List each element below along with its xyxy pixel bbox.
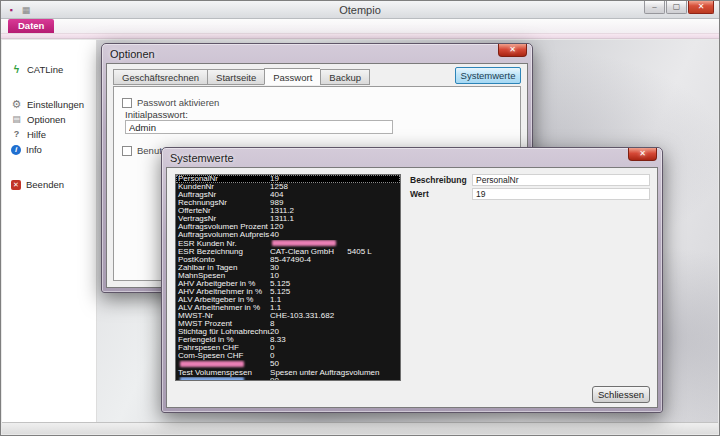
tab-geschäftsrechnen[interactable]: Geschäftsrechnen <box>113 69 207 85</box>
systemwerte-row[interactable]: RechnungsNr989 <box>176 199 400 207</box>
row-value: 40 <box>270 231 400 239</box>
systemwerte-row[interactable]: VertragsNr1311.1 <box>176 215 400 223</box>
status-bar <box>2 422 718 434</box>
row-name: VertragsNr <box>176 215 270 223</box>
sidebar-item-optionen[interactable]: ▤Optionen <box>2 112 96 127</box>
sidebar-item-label: CATLine <box>27 64 63 75</box>
row-name: MWST Prozent <box>176 320 270 328</box>
beschreibung-row: Beschreibung PersonalNr <box>410 174 650 186</box>
row-name: ESR Kunden Nr. <box>176 240 270 248</box>
systemwerte-row[interactable]: ESR BezeichnungCAT-Clean GmbH 5405 L <box>176 248 400 256</box>
systemwerte-row[interactable]: ESR Kunden Nr. <box>176 240 400 248</box>
systemwerte-row[interactable]: Stichtag für Lohnabrechnung20 <box>176 328 400 336</box>
row-name: Auftragsvolumen Prozent <box>176 223 270 231</box>
ribbon-row: Daten <box>1 19 719 34</box>
systemwerte-row[interactable]: Com-Spesen CHF0 <box>176 352 400 360</box>
optionen-close-icon[interactable]: ✕ <box>498 44 527 57</box>
ribbon-tab-daten[interactable]: Daten <box>8 19 54 33</box>
systemwerte-row[interactable]: 90 <box>176 377 400 381</box>
row-value: 1.1 <box>270 296 400 304</box>
passwort-aktivieren-checkbox[interactable] <box>122 98 132 108</box>
row-name: MWST-Nr <box>176 312 270 320</box>
systemwerte-row[interactable]: MWST-NrCHE-103.331.682 <box>176 312 400 320</box>
sidebar-item-beenden[interactable]: ✕Beenden <box>2 177 96 192</box>
row-name: AHV Arbeitgeber in % <box>176 280 270 288</box>
systemwerte-row[interactable]: PersonalNr19 <box>176 175 400 183</box>
row-name <box>176 360 270 368</box>
systemwerte-row[interactable]: AHV Arbeitnehmer in %5.125 <box>176 288 400 296</box>
wert-value[interactable]: 19 <box>472 188 650 200</box>
systemwerte-row[interactable]: MahnSpesen10 <box>176 272 400 280</box>
maximize-button[interactable]: ▢ <box>666 1 687 14</box>
systemwerte-dialog-titlebar: Systemwerte ✕ <box>166 148 658 167</box>
row-value: 120 <box>270 223 400 231</box>
row-name: Zahlbar in Tagen <box>176 264 270 272</box>
systemwerte-row[interactable]: Auftragsvolumen Aufpreis bei 100%40 <box>176 231 400 239</box>
systemwerte-row[interactable]: ALV Arbeitnehmer in %1.1 <box>176 304 400 312</box>
tab-startseite[interactable]: Startseite <box>207 69 264 85</box>
systemwerte-row[interactable]: AHV Arbeitgeber in %5.125 <box>176 280 400 288</box>
beschreibung-value[interactable]: PersonalNr <box>472 174 650 186</box>
row-name: PersonalNr <box>176 175 270 183</box>
row-value: CHE-103.331.682 <box>270 312 400 320</box>
benutzer-erlauben-checkbox[interactable] <box>122 146 132 156</box>
row-name: ALV Arbeitnehmer in % <box>176 304 270 312</box>
systemwerte-close-icon[interactable]: ✕ <box>628 148 657 161</box>
row-value: 1.1 <box>270 304 400 312</box>
sidebar-item-info[interactable]: iInfo <box>2 142 96 157</box>
systemwerte-row[interactable]: 50 <box>176 360 400 368</box>
tab-passwort[interactable]: Passwort <box>264 68 320 85</box>
row-value: 1258 <box>270 183 400 191</box>
close-button[interactable]: ✕ <box>688 1 714 14</box>
row-name: MahnSpesen <box>176 272 270 280</box>
systemwerte-button[interactable]: Systemwerte <box>455 67 521 84</box>
row-name <box>176 377 270 381</box>
systemwerte-row[interactable]: ALV Arbeitgeber in %1.1 <box>176 296 400 304</box>
row-value: 1311.2 <box>270 207 400 215</box>
systemwerte-row[interactable]: PostKonto85-47490-4 <box>176 256 400 264</box>
optionen-dialog-title: Optionen <box>110 48 155 60</box>
row-value: 0 <box>270 352 400 360</box>
redacted-text <box>180 377 244 381</box>
row-name: ALV Arbeitgeber in % <box>176 296 270 304</box>
sidebar-item-catline[interactable]: ϟCATLine <box>2 62 96 77</box>
wert-row: Wert 19 <box>410 188 650 200</box>
row-name: Stichtag für Lohnabrechnung <box>176 328 270 336</box>
systemwerte-list: PersonalNr19KundenNr1258AuftragsNr404Rec… <box>175 174 401 381</box>
systemwerte-row[interactable]: OfferteNr1311.2 <box>176 207 400 215</box>
gear-icon: ⚙ <box>11 99 22 110</box>
systemwerte-row[interactable]: MWST Prozent8 <box>176 320 400 328</box>
redacted-text <box>180 361 244 367</box>
row-name: Feriengeld in % <box>176 336 270 344</box>
row-name: KundenNr <box>176 183 270 191</box>
row-name: AHV Arbeitnehmer in % <box>176 288 270 296</box>
sidebar-item-einstellungen[interactable]: ⚙Einstellungen <box>2 97 96 112</box>
help-icon: ? <box>11 129 22 140</box>
systemwerte-row[interactable]: Test VolumenspesenSpesen unter Auftragsv… <box>176 369 400 377</box>
catline-icon: ϟ <box>11 64 22 75</box>
systemwerte-row[interactable]: KundenNr1258 <box>176 183 400 191</box>
row-value: 1311.1 <box>270 215 400 223</box>
row-name: PostKonto <box>176 256 270 264</box>
row-value: 5.125 <box>270 280 400 288</box>
row-name: Com-Spesen CHF <box>176 352 270 360</box>
sidebar-item-hilfe[interactable]: ?Hilfe <box>2 127 96 142</box>
tab-backup[interactable]: Backup <box>320 69 370 85</box>
row-value: 8.33 <box>270 336 400 344</box>
wert-label: Wert <box>410 188 472 200</box>
row-name: AuftragsNr <box>176 191 270 199</box>
systemwerte-row[interactable]: Auftragsvolumen Prozent120 <box>176 223 400 231</box>
minimize-button[interactable]: – <box>644 1 665 14</box>
quit-icon: ✕ <box>11 180 21 190</box>
sidebar-item-label: Hilfe <box>27 129 46 140</box>
systemwerte-row[interactable]: Fahrspesen CHF0 <box>176 344 400 352</box>
row-value: 5.125 <box>270 288 400 296</box>
schliessen-button[interactable]: Schliessen <box>592 386 650 403</box>
systemwerte-row[interactable]: Zahlbar in Tagen30 <box>176 264 400 272</box>
row-name: Fahrspesen CHF <box>176 344 270 352</box>
systemwerte-row[interactable]: AuftragsNr404 <box>176 191 400 199</box>
initialpasswort-input[interactable] <box>125 120 393 134</box>
optionen-dialog-titlebar: Optionen ✕ <box>106 44 528 63</box>
systemwerte-row[interactable]: Feriengeld in %8.33 <box>176 336 400 344</box>
row-value: 85-47490-4 <box>270 256 400 264</box>
